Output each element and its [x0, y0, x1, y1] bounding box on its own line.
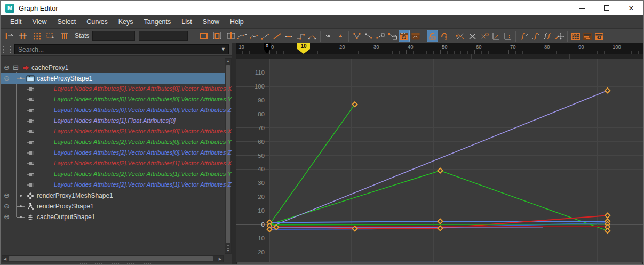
channel-row[interactable]: Layout Nodes Attributes[0].Vector Attrib… [1, 94, 225, 105]
channel-row[interactable]: Layout Nodes Attributes[2].Vector Attrib… [1, 180, 225, 190]
post-infinity-cycle-icon [531, 32, 540, 41]
open-time-editor-button[interactable] [594, 30, 605, 42]
menu-select[interactable]: Select [52, 15, 81, 29]
collapse-box-icon[interactable]: ⊟ [13, 64, 19, 71]
snap-time-button[interactable] [502, 30, 513, 42]
menu-keys[interactable]: Keys [113, 15, 139, 29]
channel-row[interactable]: Layout Nodes Attributes[2].Vector Attrib… [1, 148, 225, 158]
node-row-cacheProxyShape1[interactable]: ⊖cacheProxyShape1 [1, 73, 225, 84]
time-tick-label: 60 [476, 44, 482, 50]
weighted-tangents-button[interactable] [427, 30, 438, 42]
infinity-cycle-offset-icon [543, 32, 552, 41]
time-ruler[interactable]: -1002030405060708090100010 [236, 43, 644, 54]
move-nearest-picked-key-tool-button[interactable] [3, 30, 15, 42]
menu-help[interactable]: Help [225, 15, 249, 29]
menu-curves[interactable]: Curves [81, 15, 113, 29]
infinity-cycle-offset-button[interactable] [542, 30, 553, 42]
unify-tangents-button[interactable] [363, 30, 375, 42]
search-input[interactable] [17, 45, 214, 54]
retime-tool-button[interactable] [58, 30, 71, 42]
lock-tangent-weight-button[interactable] [387, 30, 398, 42]
insert-keys-tool-button[interactable] [17, 30, 29, 42]
close-button[interactable]: ✕ [619, 1, 643, 15]
toolbar-divider [424, 31, 424, 42]
search-dropdown-icon[interactable]: ▼ [221, 46, 226, 52]
snap-value-button[interactable] [490, 30, 502, 42]
move-keys-infinity-button[interactable] [554, 30, 565, 42]
range-strip-divider [471, 54, 472, 59]
swap-buffer-curve-button[interactable] [323, 30, 335, 42]
curve-shading-button[interactable] [410, 30, 422, 42]
maximize-button[interactable] [594, 1, 619, 15]
channel-row[interactable]: Layout Nodes Attributes[1].Float Attribu… [1, 116, 225, 126]
range-start-marker[interactable]: 0 [264, 43, 271, 54]
pre-infinity-cycle-button[interactable] [519, 30, 530, 42]
scroll-down-icon[interactable]: ▼ [225, 248, 231, 253]
collapse-circle-icon[interactable]: ⊖ [4, 64, 10, 71]
curve-canvas[interactable]: 1101009080706050403020100-10-20 [236, 59, 644, 262]
channel-row[interactable]: Layout Nodes Attributes[2].Vector Attrib… [1, 158, 225, 169]
flat-tangents-button[interactable] [272, 30, 283, 42]
auto-tangents-button[interactable] [307, 30, 318, 42]
scroll-right-icon[interactable]: ▶ [217, 256, 223, 262]
collapse-circle-icon[interactable]: ⊖ [4, 203, 10, 210]
time-tick-label: 20 [339, 44, 345, 50]
scroll-up-icon[interactable]: ▲ [225, 59, 231, 64]
node-row-cacheProxy1[interactable]: ⊖⊟cacheProxy1 [1, 62, 225, 73]
break-connections-button[interactable] [455, 30, 466, 42]
non-weighted-tangents-button[interactable] [439, 30, 450, 42]
channel-row[interactable]: Layout Nodes Attributes[0].Vector Attrib… [1, 84, 225, 94]
current-time-marker[interactable]: 10 [297, 43, 310, 54]
lattice-deform-keys-tool-button[interactable] [30, 30, 43, 42]
stats-time-field[interactable] [92, 31, 135, 41]
collapse-circle-icon[interactable]: ⊖ [4, 213, 10, 220]
open-dope-sheet-button[interactable] [570, 30, 582, 42]
node-label: renderProxy1MeshShape1 [37, 192, 113, 199]
stats-value-field[interactable] [139, 31, 188, 41]
frame-all-button[interactable] [197, 30, 210, 42]
step-tangents-button[interactable] [283, 30, 295, 42]
collapse-circle-icon[interactable]: ⊖ [4, 75, 10, 82]
scroll-left-icon[interactable]: ◀ [2, 256, 8, 262]
channel-row[interactable]: Layout Nodes Attributes[2].Vector Attrib… [1, 126, 225, 137]
post-infinity-cycle-button[interactable] [530, 30, 542, 42]
channel-row[interactable]: Layout Nodes Attributes[2].Vector Attrib… [1, 137, 225, 148]
anim-curve-vector-x-flat[interactable] [269, 226, 608, 227]
menu-edit[interactable]: Edit [5, 15, 27, 29]
menu-show[interactable]: Show [197, 15, 225, 29]
clamped-tangents-button[interactable] [248, 30, 259, 42]
node-row-renderProxyShape1[interactable]: ⊖renderProxyShape1 [1, 201, 225, 212]
spline-tangents-button[interactable] [236, 30, 248, 42]
graph-horizontal-scrollbar[interactable] [236, 262, 644, 265]
node-row-cacheOutputShape1[interactable]: ⊖cacheOutputShape1 [1, 212, 225, 222]
plug-icon [26, 170, 36, 180]
linear-tangents-button[interactable] [260, 30, 271, 42]
graph-scroll-thumb[interactable] [237, 262, 642, 265]
channel-row[interactable]: Layout Nodes Attributes[2].Vector Attrib… [1, 169, 225, 180]
free-tangent-weight-button[interactable] [375, 30, 386, 42]
frame-playback-range-button[interactable] [211, 30, 224, 42]
outliner-horizontal-scrollbar[interactable]: ◀ ▶ [2, 255, 224, 262]
menu-tangents[interactable]: Tangents [139, 15, 177, 29]
collapse-circle-icon[interactable]: ⊖ [4, 192, 10, 199]
value-axis-label: 0 [261, 221, 265, 228]
snapshot-buffer-curve-button[interactable] [335, 30, 346, 42]
close-icon: ✕ [629, 4, 634, 12]
region-select-keys-tool-button[interactable] [44, 30, 57, 42]
retime-keys-button[interactable] [479, 30, 490, 42]
plateau-tangents-button[interactable] [295, 30, 306, 42]
channel-row[interactable]: Layout Nodes Attributes[0].Vector Attrib… [1, 105, 225, 116]
clamped-tangents-icon [249, 32, 258, 41]
node-row-renderProxy1MeshShape1[interactable]: ⊖renderProxy1MeshShape1 [1, 190, 225, 201]
weighted-tangents-icon [427, 32, 437, 41]
show-buffer-curves-button[interactable] [399, 30, 410, 42]
open-trax-editor-button[interactable] [582, 30, 593, 42]
linear-tangents-icon [260, 32, 270, 41]
panel-splitter[interactable] [232, 43, 236, 265]
menu-view[interactable]: View [27, 15, 52, 29]
horizontal-scroll-thumb[interactable] [9, 256, 213, 261]
delete-keys-button[interactable] [467, 30, 478, 42]
menu-list[interactable]: List [176, 15, 197, 29]
minimize-button[interactable] [570, 1, 594, 15]
break-tangents-button[interactable] [352, 30, 363, 42]
